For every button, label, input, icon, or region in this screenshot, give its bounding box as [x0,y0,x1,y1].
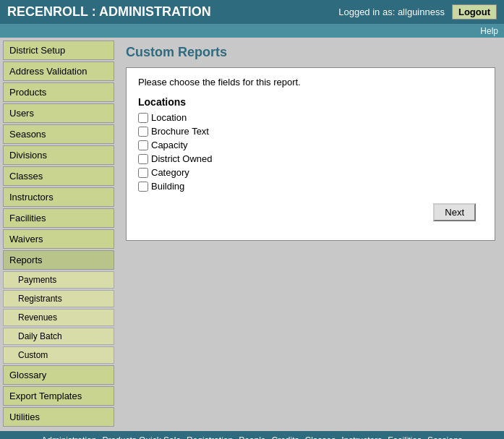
sidebar-item-daily-batch[interactable]: Daily Batch [3,328,114,345]
footer-link-administration[interactable]: Administration [41,435,96,439]
sidebar-item-classes[interactable]: Classes [3,166,114,186]
sidebar-item-utilities[interactable]: Utilities [3,407,114,427]
report-instruction: Please choose the fields for this report… [138,77,483,88]
sidebar-item-reports: Reports [3,250,114,270]
sidebar-item-address-validation[interactable]: Address Validation [3,61,114,81]
logout-button[interactable]: Logout [452,4,497,20]
sidebar-item-divisions[interactable]: Divisions [3,145,114,165]
sidebar-item-products[interactable]: Products [3,82,114,102]
checkbox-row-category: Category [138,167,483,178]
help-link[interactable]: Help [480,26,498,36]
footer-link-products-quick-sale[interactable]: Products Quick Sale [102,435,181,439]
checkbox-category[interactable] [138,168,148,178]
checkbox-row-brochure-text: Brochure Text [138,126,483,137]
next-button-row: Next [138,203,483,221]
checkbox-capacity[interactable] [138,140,148,150]
footer-link-credits[interactable]: Credits [272,435,299,439]
next-button[interactable]: Next [433,203,476,221]
footer-links: AdministrationProducts Quick SaleRegistr… [0,435,504,439]
locations-heading: Locations [138,96,483,108]
checkbox-label-location: Location [151,112,187,123]
footer-link-instructors[interactable]: Instructors [341,435,382,439]
sidebar-item-glossary[interactable]: Glossary [3,365,114,385]
checkbox-location[interactable] [138,113,148,123]
sidebar-item-instructors[interactable]: Instructors [3,187,114,207]
checkbox-label-category: Category [151,167,189,178]
help-bar: Help [0,24,504,38]
footer-link-registration[interactable]: Registration [187,435,233,439]
checkboxes-container: LocationBrochure TextCapacityDistrict Ow… [138,112,483,192]
checkbox-building[interactable] [138,182,148,192]
sidebar-item-facilities[interactable]: Facilities [3,208,114,228]
checkbox-label-district-owned: District Owned [151,153,213,164]
footer-nav: AdministrationProducts Quick SaleRegistr… [0,431,504,439]
checkbox-row-location: Location [138,112,483,123]
app-title: RECENROLL : ADMINISTRATION [7,4,211,20]
report-box: Please choose the fields for this report… [126,67,495,241]
header: RECENROLL : ADMINISTRATION Logged in as:… [0,0,504,24]
checkbox-label-capacity: Capacity [151,140,188,150]
content-area: Custom Reports Please choose the fields … [117,38,504,431]
checkbox-row-capacity: Capacity [138,140,483,150]
logged-in-label: Logged in as: allguinness [338,7,445,17]
header-right: Logged in as: allguinness Logout [338,4,497,20]
checkbox-label-brochure-text: Brochure Text [151,126,209,137]
footer-link-facilities[interactable]: Facilities [388,435,422,439]
page-title: Custom Reports [126,45,495,60]
sidebar-item-seasons[interactable]: Seasons [3,124,114,144]
sidebar-item-payments[interactable]: Payments [3,271,114,289]
checkbox-district-owned[interactable] [138,154,148,164]
sidebar-item-registrants[interactable]: Registrants [3,290,114,307]
footer-link-people[interactable]: People [239,435,265,439]
sidebar-item-custom[interactable]: Custom [3,346,114,364]
sidebar-item-export-templates[interactable]: Export Templates [3,386,114,406]
checkbox-row-building: Building [138,181,483,192]
checkbox-label-building: Building [151,181,184,192]
checkbox-brochure-text[interactable] [138,127,148,137]
sidebar-item-revenues[interactable]: Revenues [3,309,114,326]
sidebar-item-waivers[interactable]: Waivers [3,229,114,249]
footer-link-sessions[interactable]: Sessions [427,435,463,439]
main-layout: District SetupAddress ValidationProducts… [0,38,504,431]
locations-section: Locations LocationBrochure TextCapacityD… [138,96,483,192]
footer-link-classes[interactable]: Classes [305,435,336,439]
sidebar: District SetupAddress ValidationProducts… [0,38,117,431]
sidebar-item-users[interactable]: Users [3,103,114,123]
checkbox-row-district-owned: District Owned [138,153,483,164]
sidebar-item-district-setup[interactable]: District Setup [3,41,114,60]
